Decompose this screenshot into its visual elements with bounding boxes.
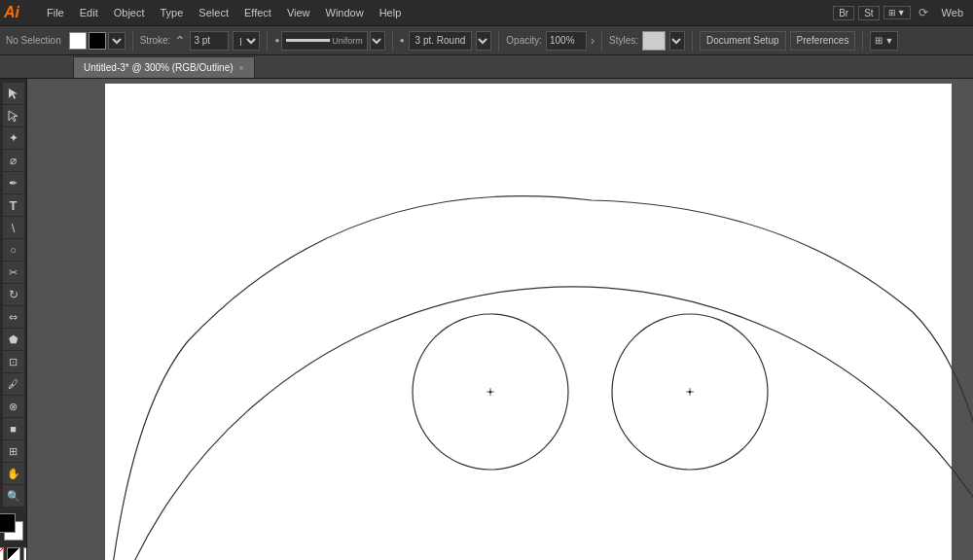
main-area: ✦ ⌀ ✒ T \ ○ ✂ ↻ ⇔ ⬟ ⊡ 🖋 [0,79,973,560]
pen-tool[interactable]: ✒ [3,172,24,193]
stroke-up-icon: ⌃ [174,33,186,49]
workspace-switcher[interactable]: ⊞ ▼ [883,6,911,19]
menu-help[interactable]: Help [372,5,410,20]
type-tool[interactable]: T [3,194,24,216]
tool-row-2b: ⌀ [3,150,24,171]
tool-row-6: ⇔ [3,306,24,328]
direct-selection-tool[interactable] [3,105,24,126]
stroke-end-select[interactable]: ▼ [476,31,491,51]
stroke-swatch-toolbar[interactable] [89,32,106,50]
stroke-dot: ● [274,36,279,45]
hand-tool[interactable]: ✋ [3,463,24,484]
zoom-tool[interactable]: 🔍 [3,485,24,507]
stroke-line-select[interactable]: ▼ [370,31,385,51]
tool-row-5b: ↻ [3,284,24,305]
sep6 [692,31,693,51]
menu-select[interactable]: Select [191,5,236,20]
menu-view[interactable]: View [279,5,318,20]
tool-row-3b: T [3,194,24,216]
tool-row-9: ⊞ [3,440,24,462]
style-preview[interactable] [642,31,666,51]
tool-row-7: ⊡ [3,351,24,372]
opacity-label: Opacity: [506,35,542,46]
preferences-button[interactable]: Preferences [790,31,856,51]
stroke-line-preview [286,39,330,42]
menu-web[interactable]: Web [936,5,969,20]
tool-row-7b: 🖋 [3,373,24,395]
tool-row-4b: ○ [3,239,24,261]
tool-row-8b: ■ [3,418,24,439]
arrange-icon: ⊞ [875,35,883,46]
lasso-tool[interactable]: ⌀ [3,150,24,171]
menu-window[interactable]: Window [318,5,372,20]
stroke-end-selector[interactable]: 3 pt. Round [409,31,473,51]
sep7 [862,31,863,51]
tool-row-10: 🔍 [3,485,24,507]
menu-edit[interactable]: Edit [72,5,106,20]
fill-stroke-swatches: ■ [69,32,126,50]
stroke-end-label: 3 pt. Round [415,35,466,46]
tool-row-9b: ✋ [3,463,24,484]
canvas-area[interactable] [27,79,973,560]
gradient-icon[interactable] [7,547,20,560]
sep1 [132,31,133,51]
tool-row-1b [3,105,24,126]
stroke-value-input[interactable] [190,31,229,51]
tab-bar: Untitled-3* @ 300% (RGB/Outline) × [0,55,973,79]
tool-row-6b: ⬟ [3,329,24,350]
tool-row-8: ⊗ [3,396,24,417]
eyedropper-tool[interactable]: 🖋 [3,373,24,395]
menu-bar: Ai File Edit Object Type Select Effect V… [0,0,973,26]
menu-stock[interactable]: St [858,6,879,20]
tool-row-1 [3,83,24,104]
fill-swatch[interactable] [69,32,87,50]
line-tool[interactable]: \ [3,217,24,238]
gradient-tool[interactable]: ■ [3,418,24,439]
menu-right: Br St ⊞ ▼ ⟳ Web [833,5,969,20]
tab-title: Untitled-3* @ 300% (RGB/Outline) [84,62,234,73]
color-mode-icons: ≡ [0,547,27,560]
app-logo: Ai [4,4,31,21]
menu-object[interactable]: Object [106,5,153,20]
tab-close-button[interactable]: × [239,63,244,73]
artboard [105,84,952,560]
stroke-preview-container: ● Uniform ▼ [274,31,384,51]
document-tab[interactable]: Untitled-3* @ 300% (RGB/Outline) × [73,56,255,78]
stroke-cap-dot: ● [400,36,405,45]
mesh-tool[interactable]: ⊞ [3,440,24,462]
style-select[interactable]: ▼ [669,31,685,51]
sep3 [392,31,393,51]
shape-tool[interactable]: ○ [3,239,24,261]
menu-bridge[interactable]: Br [833,6,854,20]
stroke-type-selector[interactable]: ■ [108,32,126,50]
document-setup-button[interactable]: Document Setup [700,31,786,51]
opacity-arrow: › [591,34,595,48]
sep4 [498,31,499,51]
shaper-tool[interactable]: ⬟ [3,329,24,350]
free-transform-tool[interactable]: ⊡ [3,351,24,372]
scale-tool[interactable]: ⇔ [3,306,24,328]
stroke-type-label: Uniform [332,36,363,46]
none-icon[interactable] [0,547,4,560]
tool-row-2: ✦ [3,127,24,149]
sep5 [601,31,602,51]
canvas-svg [27,79,973,560]
stroke-unit-select[interactable]: pt [233,31,260,51]
blend-tool[interactable]: ⊗ [3,396,24,417]
arrange-arrow: ▼ [884,36,893,46]
toolbar: No Selection ■ Stroke: ⌃ pt ● Uniform ▼ … [0,26,973,55]
selection-tool[interactable] [3,83,24,104]
scissors-tool[interactable]: ✂ [3,262,24,283]
color-boxes [0,513,27,544]
menu-file[interactable]: File [39,5,72,20]
tool-colors: ≡ ⊙ □ ⊕ [0,513,27,560]
arrange-tools[interactable]: ⊞ ▼ [870,31,898,51]
foreground-color-box[interactable] [0,513,16,533]
magic-wand-tool[interactable]: ✦ [3,127,24,149]
tool-row-5: ✂ [3,262,24,283]
rotate-tool[interactable]: ↻ [3,284,24,305]
menu-effect[interactable]: Effect [236,5,279,20]
stroke-line-selector[interactable]: Uniform [281,31,368,51]
menu-type[interactable]: Type [153,5,192,20]
opacity-input[interactable] [546,31,587,51]
